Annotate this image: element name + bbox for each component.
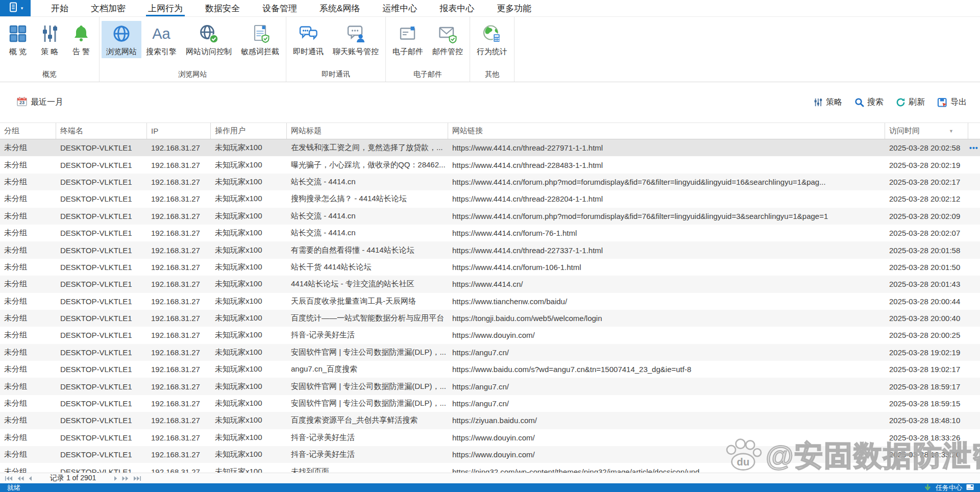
cell-user: 未知玩家x100: [211, 412, 287, 429]
nav-prev-button[interactable]: [29, 476, 32, 481]
table-row[interactable]: 未分组DESKTOP-VLKTLE1192.168.31.27未知玩家x100站…: [0, 174, 980, 190]
cell-ip: 192.168.31.27: [147, 429, 211, 446]
ribbon-button[interactable]: 电子邮件: [388, 21, 428, 58]
ribbon-button[interactable]: 敏感词拦截: [236, 21, 284, 58]
ribbon-button[interactable]: 策 略: [34, 21, 65, 58]
app-menu-button[interactable]: ▾: [0, 0, 31, 16]
cell-ip: 192.168.31.27: [147, 446, 211, 463]
column-header-title[interactable]: 网站标题: [287, 123, 448, 139]
action-label: 刷新: [909, 97, 925, 108]
column-header-time[interactable]: 访问时间▼: [885, 123, 968, 139]
table-row[interactable]: 未分组DESKTOP-VLKTLE1192.168.31.27未知玩家x100站…: [0, 259, 980, 276]
row-more-actions-button[interactable]: •••: [968, 139, 980, 156]
cell-user: 未知玩家x100: [211, 429, 287, 446]
cell-time: 2025-03-28 19:02:19: [885, 344, 968, 361]
cell-terminal: DESKTOP-VLKTLE1: [56, 225, 147, 241]
column-header-url[interactable]: 网站链接: [448, 123, 885, 139]
cell-time: 2025-03-28 18:48:10: [885, 412, 968, 429]
column-header-terminal[interactable]: 终端名: [56, 123, 147, 139]
task-center-button[interactable]: 任务中心: [936, 483, 962, 492]
export-action-button[interactable]: 导出: [937, 97, 967, 108]
cell-ip: 192.168.31.27: [147, 310, 211, 327]
task-panel-icon[interactable]: [966, 484, 974, 492]
ribbon-button[interactable]: 概 览: [2, 21, 34, 58]
cell-title: 在发钱和涨工资之间，竟然选择了放贷款，...: [287, 139, 448, 156]
nav-next-button[interactable]: [114, 476, 117, 481]
table-row[interactable]: 未分组DESKTOP-VLKTLE1192.168.31.27未知玩家x100a…: [0, 361, 980, 378]
table-row[interactable]: 未分组DESKTOP-VLKTLE1192.168.31.27未知玩家x100抖…: [0, 446, 980, 463]
cell-ip: 192.168.31.27: [147, 361, 211, 378]
table-row[interactable]: 未分组DESKTOP-VLKTLE1192.168.31.27未知玩家x100在…: [0, 139, 980, 156]
table-row[interactable]: 未分组DESKTOP-VLKTLE1192.168.31.27未知玩家x100安…: [0, 344, 980, 361]
ribbon-button[interactable]: 聊天账号管控: [328, 21, 383, 58]
nav-prev-page-button[interactable]: [17, 476, 24, 481]
table-row[interactable]: 未分组DESKTOP-VLKTLE1192.168.31.27未知玩家x100安…: [0, 395, 980, 412]
table-row[interactable]: 未分组DESKTOP-VLKTLE1192.168.31.27未知玩家x100安…: [0, 378, 980, 395]
nav-first-button[interactable]: [5, 476, 13, 481]
table-row[interactable]: 未分组DESKTOP-VLKTLE1192.168.31.27未知玩家x100有…: [0, 241, 980, 258]
ribbon-button-label: 聊天账号管控: [333, 47, 379, 57]
column-header-user[interactable]: 操作用户: [211, 123, 287, 139]
cell-time: 2025-03-28 20:02:19: [885, 156, 968, 173]
menu-tab-7[interactable]: 报表中心: [428, 0, 485, 16]
sliders-action-button[interactable]: 策略: [813, 97, 842, 108]
cell-time: 2025-03-28 20:02:17: [885, 174, 968, 190]
cell-title: 站长干货 4414站长论坛: [287, 259, 448, 276]
menu-tab-8[interactable]: 更多功能: [485, 0, 543, 16]
ribbon-button[interactable]: 即时通讯: [288, 21, 328, 58]
refresh-action-button[interactable]: 刷新: [896, 97, 925, 108]
ribbon-button[interactable]: Aa搜索引擎: [141, 21, 181, 58]
menu-tab-5[interactable]: 系统&网络: [308, 0, 371, 16]
table-row[interactable]: 未分组DESKTOP-VLKTLE1192.168.31.27未知玩家x100抖…: [0, 327, 980, 343]
menu-tab-1[interactable]: 文档加密: [80, 0, 137, 16]
menu-tab-3[interactable]: 数据安全: [194, 0, 251, 16]
cell-ip: 192.168.31.27: [147, 395, 211, 412]
cell-terminal: DESKTOP-VLKTLE1: [56, 344, 147, 361]
ribbon-button-label: 概 览: [9, 47, 27, 57]
table-row[interactable]: 未分组DESKTOP-VLKTLE1192.168.31.27未知玩家x100未…: [0, 463, 980, 473]
ribbon-button[interactable]: 邮件管控: [428, 21, 468, 58]
column-header-ip[interactable]: IP: [147, 123, 211, 139]
ribbon-group-label: 电子邮件: [388, 68, 468, 82]
export-icon: [937, 97, 947, 108]
table-row[interactable]: 未分组DESKTOP-VLKTLE1192.168.31.27未知玩家x100站…: [0, 225, 980, 241]
cell-group: 未分组: [0, 378, 56, 395]
column-header-group[interactable]: 分组: [0, 123, 56, 139]
nav-last-button[interactable]: [133, 476, 141, 481]
cell-group: 未分组: [0, 412, 56, 429]
grid-header-row: 分组终端名IP操作用户网站标题网站链接访问时间▼: [0, 122, 980, 139]
cell-url: https://www.douyin.com/: [448, 429, 885, 446]
menu-tab-0[interactable]: 开始: [40, 0, 80, 16]
cell-group: 未分组: [0, 241, 56, 258]
ribbon-button-label: 邮件管控: [432, 47, 463, 57]
cell-user: 未知玩家x100: [211, 174, 287, 190]
table-row[interactable]: 未分组DESKTOP-VLKTLE1192.168.31.27未知玩家x100天…: [0, 293, 980, 310]
date-range-filter[interactable]: 23 最近一月: [17, 96, 63, 108]
cell-ip: 192.168.31.27: [147, 174, 211, 190]
table-row[interactable]: 未分组DESKTOP-VLKTLE1192.168.31.27未知玩家x100百…: [0, 412, 980, 429]
cell-actions: [968, 327, 980, 343]
table-row[interactable]: 未分组DESKTOP-VLKTLE1192.168.31.27未知玩家x100搜…: [0, 190, 980, 207]
table-row[interactable]: 未分组DESKTOP-VLKTLE1192.168.31.27未知玩家x100抖…: [0, 429, 980, 446]
menu-tab-4[interactable]: 设备管理: [251, 0, 308, 16]
table-row[interactable]: 未分组DESKTOP-VLKTLE1192.168.31.27未知玩家x1004…: [0, 276, 980, 292]
table-row[interactable]: 未分组DESKTOP-VLKTLE1192.168.31.27未知玩家x100百…: [0, 310, 980, 327]
menu-tab-6[interactable]: 运维中心: [371, 0, 428, 16]
ribbon-button[interactable]: 行为统计: [472, 21, 512, 58]
menu-tab-2[interactable]: 上网行为: [137, 0, 194, 16]
table-row[interactable]: 未分组DESKTOP-VLKTLE1192.168.31.27未知玩家x100曝…: [0, 156, 980, 173]
action-label: 搜索: [867, 97, 884, 108]
search-action-button[interactable]: 搜索: [854, 97, 884, 108]
cell-time: 2025-03-28 20:00:25: [885, 327, 968, 343]
action-label: 策略: [826, 97, 842, 108]
cell-title: 搜狗搜录怎么搞？ - 4414站长论坛: [287, 190, 448, 207]
nav-next-page-button[interactable]: [122, 476, 129, 481]
ribbon-button[interactable]: 网站访问控制: [181, 21, 236, 58]
ribbon-button[interactable]: 浏览网站: [102, 21, 141, 58]
ribbon-button[interactable]: 告 警: [65, 21, 97, 58]
table-row[interactable]: 未分组DESKTOP-VLKTLE1192.168.31.27未知玩家x100站…: [0, 208, 980, 225]
cell-terminal: DESKTOP-VLKTLE1: [56, 259, 147, 276]
ribbon-button-label: 行为统计: [477, 47, 507, 57]
cell-user: 未知玩家x100: [211, 208, 287, 225]
ribbon-group-label: 浏览网站: [102, 68, 284, 82]
